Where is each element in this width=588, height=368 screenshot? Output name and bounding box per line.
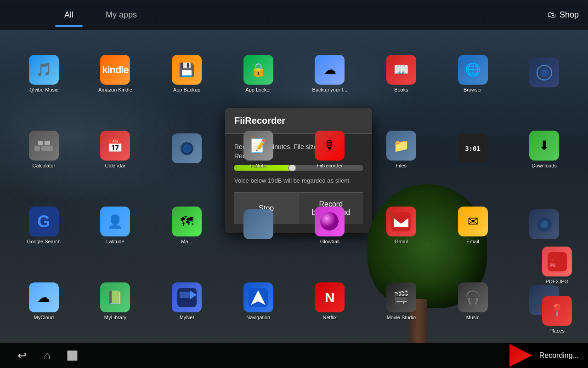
mynet-icon (172, 282, 202, 312)
kindle-label: Amazon Kindle (98, 87, 132, 92)
vibe-music-icon: 🎵 (29, 55, 59, 85)
app-glowball[interactable]: Glowball (295, 189, 365, 262)
back-button[interactable]: ↩ (14, 347, 30, 363)
nav-buttons: ↩ ⌂ ⬜ (0, 347, 94, 363)
netflix-label: Netflix (323, 315, 337, 320)
app-google-search[interactable]: G Google Search (9, 189, 79, 262)
fiinote-icon: 📝 (243, 131, 273, 161)
maps-label: Ma... (181, 239, 192, 244)
app-books[interactable]: 📖 Books (367, 37, 436, 110)
app-browser[interactable]: 🌐 Browser (438, 37, 508, 110)
app-navigation[interactable]: Navigation (224, 264, 293, 338)
app-files[interactable]: 📁 Files (367, 113, 436, 186)
email-icon: ✉ (458, 207, 488, 236)
app-empty1[interactable] (152, 113, 221, 186)
app-mylibrary[interactable]: 📗 MyLibrary (81, 264, 150, 338)
books-icon: 📖 (386, 55, 416, 85)
kindle-icon: kindle (100, 55, 130, 85)
svg-point-7 (541, 221, 548, 228)
svg-text:jpg: jpg (549, 262, 555, 267)
pdf-label: PDF2JPG (546, 279, 569, 284)
app-maps[interactable]: 🗺 Ma... (152, 189, 221, 262)
app-fiinote[interactable]: 📝 FiiNote (224, 113, 293, 186)
calendar-label: Calendar (105, 163, 126, 168)
app-calculator[interactable]: Calculator (9, 113, 79, 186)
mylibrary-icon: 📗 (100, 282, 130, 312)
recents-button[interactable]: ⬜ (64, 347, 80, 363)
glowball-label: Glowball (320, 239, 339, 244)
recents-icon: ⬜ (67, 350, 78, 361)
applock-label: App Locker (245, 87, 271, 92)
recording-text: Recording... (539, 351, 579, 360)
empty2-icon (243, 209, 273, 239)
downloads-label: Downloads (531, 163, 556, 168)
calendar-icon: 📅 (100, 131, 130, 161)
app-gmail[interactable]: Gmail (367, 189, 436, 262)
tab-myapps[interactable]: My apps (96, 6, 146, 24)
pdf-icon: →jpg (542, 247, 572, 276)
app-mynet[interactable]: MyNet (152, 264, 221, 338)
app-places[interactable]: 📍 Places (540, 293, 574, 336)
app-app-locker[interactable]: 🔒 App Locker (224, 37, 293, 110)
clock-icon: 3:01 (458, 133, 488, 163)
app-pdf2jpg[interactable]: →jpg PDF2JPG (540, 244, 574, 287)
email-label: Email (466, 239, 479, 244)
svg-point-1 (541, 69, 548, 76)
app-vibe-music[interactable]: 🎵 @vibe Music (9, 37, 79, 110)
home-icon: ⌂ (44, 349, 51, 362)
app-edge[interactable] (509, 37, 579, 110)
files-label: Files (396, 163, 407, 168)
svg-point-4 (320, 212, 339, 230)
moviestudio-label: Movie Studio (387, 315, 416, 320)
places-icon: 📍 (542, 296, 572, 326)
mycloud-icon: ☁ (29, 282, 59, 312)
app-grid: 🎵 @vibe Music kindle Amazon Kindle 💾 App… (0, 32, 588, 343)
svg-rect-9 (180, 292, 190, 298)
tab-all[interactable]: All (55, 6, 83, 24)
app-app-backup[interactable]: 💾 App Backup (152, 37, 221, 110)
home-button[interactable]: ⌂ (39, 347, 55, 363)
app-music[interactable]: 🎧 Music (438, 264, 508, 338)
files-icon: 📁 (386, 131, 416, 161)
empty1-icon (172, 133, 202, 163)
mylibrary-label: MyLibrary (104, 315, 126, 320)
app-fiirecorder[interactable]: 🎙 FiiRecorder (295, 113, 365, 186)
shop-icon: 🛍 (548, 10, 556, 20)
taskbar: ↩ ⌂ ⬜ Recording... (0, 343, 588, 368)
svg-text:→: → (550, 257, 554, 262)
vibe-music-label: @vibe Music (29, 87, 58, 92)
app-movie-studio[interactable]: 🎬 Movie Studio (367, 264, 436, 338)
app-amazon-kindle[interactable]: kindle Amazon Kindle (81, 37, 150, 110)
mycloud-label: MyCloud (34, 315, 54, 320)
svg-point-3 (182, 144, 192, 153)
fiinote-label: FiiNote (250, 163, 266, 168)
app-downloads[interactable]: ⬇ Downloads (509, 113, 579, 186)
app-clock[interactable]: 3:01 (438, 113, 508, 186)
backup-icon: 💾 (172, 55, 202, 85)
app-email[interactable]: ✉ Email (438, 189, 508, 262)
gmail-icon (386, 207, 416, 236)
recording-status-bar: Recording... (505, 343, 588, 368)
music-icon: 🎧 (458, 282, 488, 312)
app-calendar[interactable]: 📅 Calendar (81, 113, 150, 186)
backup-label: App Backup (173, 87, 200, 92)
latitude-label: Latitude (106, 239, 124, 244)
moviestudio-icon: 🎬 (386, 282, 416, 312)
navigation-label: Navigation (246, 315, 270, 320)
fiirecorder-icon: 🎙 (315, 131, 345, 161)
shop-button[interactable]: 🛍 Shop (548, 10, 579, 20)
latitude-icon: 👤 (100, 207, 130, 236)
googlesearch-label: Google Search (27, 239, 61, 244)
downloads-icon: ⬇ (529, 131, 559, 161)
gmail-label: Gmail (395, 239, 408, 244)
app-mycloud[interactable]: ☁ MyCloud (9, 264, 79, 338)
app-netflix[interactable]: N Netflix (295, 264, 365, 338)
tab-group: All My apps (55, 6, 146, 24)
places-label: Places (549, 328, 565, 334)
netflix-icon: N (315, 282, 345, 312)
app-backup-files[interactable]: ☁ Backup your f... (295, 37, 365, 110)
fiirecorder-label: FiiRecorder (317, 163, 343, 168)
app-empty2[interactable] (224, 189, 293, 262)
maps-icon: 🗺 (172, 207, 202, 236)
app-latitude[interactable]: 👤 Latitude (81, 189, 150, 262)
